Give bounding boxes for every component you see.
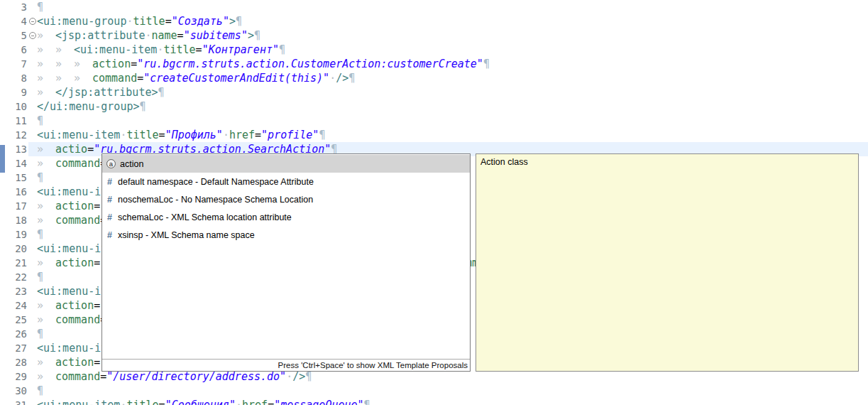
code-token: actio xyxy=(55,143,87,156)
code-token: » xyxy=(37,256,55,270)
code-token: » xyxy=(37,43,55,57)
code-token: · xyxy=(329,72,336,85)
code-token: » xyxy=(37,213,55,227)
code-token: = xyxy=(159,129,165,141)
code-line[interactable]: »»»action="ru.bgcrm.struts.action.Custom… xyxy=(37,57,868,71)
fold-column xyxy=(28,384,37,398)
code-line[interactable]: ¶ xyxy=(37,114,868,128)
fold-column xyxy=(28,71,37,85)
line-number: 8 xyxy=(0,71,28,85)
fold-column xyxy=(28,114,37,128)
line-number: 10 xyxy=(0,99,28,114)
current-range-indicator xyxy=(0,145,5,173)
code-token: = xyxy=(177,29,184,42)
code-token: ¶ xyxy=(37,328,43,340)
code-token: command xyxy=(55,313,100,326)
code-token: <jsp:attribute xyxy=(55,29,145,42)
code-token: action xyxy=(55,299,94,312)
code-line[interactable]: ¶ xyxy=(37,0,868,14)
fold-column xyxy=(28,0,37,14)
code-token: = xyxy=(87,143,94,156)
line-number: 17 xyxy=(0,199,28,213)
code-token: "createCustomerAndEdit(this)" xyxy=(143,72,329,85)
fold-collapse-icon[interactable] xyxy=(29,18,36,25)
code-token: ¶ xyxy=(37,228,43,241)
code-line[interactable]: <ui:menu-item·title="Профиль"·href="prof… xyxy=(37,128,868,142)
code-token: ¶ xyxy=(319,129,325,141)
code-token: <ui:menu-group xyxy=(37,15,126,28)
line-number: 3 xyxy=(0,0,28,14)
content-assist-popup: aaction#default namespace - Default Name… xyxy=(101,153,471,372)
code-line[interactable]: »»»command="createCustomerAndEdit(this)"… xyxy=(37,71,868,85)
editor-line: 11¶ xyxy=(0,114,868,128)
code-line[interactable]: »command="/user/directory/address.do"·/>… xyxy=(37,369,868,384)
code-line[interactable]: »</jsp:attribute>¶ xyxy=(37,85,868,99)
fold-column xyxy=(28,85,37,99)
line-number: 16 xyxy=(0,185,28,199)
code-token: action xyxy=(55,356,94,369)
code-token: <ui:menu-item xyxy=(37,129,120,141)
code-token: » xyxy=(37,142,55,156)
code-token: ¶ xyxy=(305,370,312,383)
code-token: "/user/directory/address.do" xyxy=(106,370,286,383)
fold-collapse-icon[interactable] xyxy=(29,32,36,39)
code-token: · xyxy=(236,399,242,405)
line-number: 30 xyxy=(0,384,28,398)
code-token: » xyxy=(37,298,55,313)
fold-column xyxy=(28,99,37,114)
fold-column xyxy=(28,57,37,71)
code-line[interactable]: <ui:menu-item·title="Сообщения"·href="me… xyxy=(37,398,868,405)
line-number: 4 xyxy=(0,14,28,28)
code-token: "Создать" xyxy=(172,15,229,28)
code-token: <ui:menu-item xyxy=(74,43,157,56)
fold-column xyxy=(28,43,37,57)
code-line[interactable]: »»<ui:menu-item·title="Контрагент"¶ xyxy=(37,43,868,57)
editor-line: 7»»»action="ru.bgcrm.struts.action.Custo… xyxy=(0,57,868,71)
editor-line: 3¶ xyxy=(0,0,868,14)
namespace-proposal-icon: # xyxy=(105,177,114,187)
editor-line: 31<ui:menu-item·title="Сообщения"·href="… xyxy=(0,398,868,405)
line-number: 27 xyxy=(0,341,28,355)
code-token: title xyxy=(126,399,158,405)
fold-column xyxy=(28,398,37,405)
fold-column xyxy=(28,298,37,313)
completion-item[interactable]: #xsinsp - XML Schema name space xyxy=(102,226,470,244)
namespace-proposal-icon: # xyxy=(105,212,114,222)
attribute-icon: a xyxy=(106,159,116,168)
fold-column xyxy=(28,327,37,341)
completion-item[interactable]: #default namespace - Default Namespace A… xyxy=(102,173,470,190)
code-line[interactable]: <ui:menu-group·title="Создать">¶ xyxy=(37,14,868,28)
code-token: ¶ xyxy=(140,100,146,113)
code-token: /> xyxy=(292,370,305,383)
code-token: ¶ xyxy=(158,86,165,99)
code-token: ¶ xyxy=(37,271,43,284)
code-token: command xyxy=(55,370,100,383)
code-token: · xyxy=(223,129,229,141)
fold-column xyxy=(28,213,37,227)
line-number: 29 xyxy=(0,369,28,384)
completion-item[interactable]: #schemaLoc - XML Schema location attribu… xyxy=(102,208,470,226)
line-number: 19 xyxy=(0,227,28,242)
namespace-proposal-icon: # xyxy=(105,195,114,205)
code-token: = xyxy=(131,58,137,70)
fold-column xyxy=(28,28,37,43)
code-token: = xyxy=(94,299,100,312)
code-token: » xyxy=(55,71,74,85)
code-token: = xyxy=(94,256,100,269)
code-line[interactable]: </ui:menu-group>¶ xyxy=(37,99,868,114)
line-number: 12 xyxy=(0,128,28,142)
code-line[interactable]: »<jsp:attribute·name="subitems">¶ xyxy=(37,28,868,43)
editor-line: 5»<jsp:attribute·name="subitems">¶ xyxy=(0,28,868,43)
code-token: "Профиль" xyxy=(165,129,223,141)
code-token: ¶ xyxy=(364,399,370,405)
line-number: 11 xyxy=(0,114,28,128)
code-token: name xyxy=(151,29,177,42)
code-token: = xyxy=(137,72,143,85)
code-token: title xyxy=(163,43,195,56)
completion-item[interactable]: aaction xyxy=(102,155,470,173)
code-line[interactable]: ¶ xyxy=(37,384,868,398)
code-token: = xyxy=(268,399,274,405)
completion-item[interactable]: #noschemaLoc - No Namespace Schema Locat… xyxy=(102,190,470,208)
editor-line: 6»»<ui:menu-item·title="Контрагент"¶ xyxy=(0,43,868,57)
code-token: "ru.bgcrm.struts.action.CustomerAction:c… xyxy=(137,58,483,70)
